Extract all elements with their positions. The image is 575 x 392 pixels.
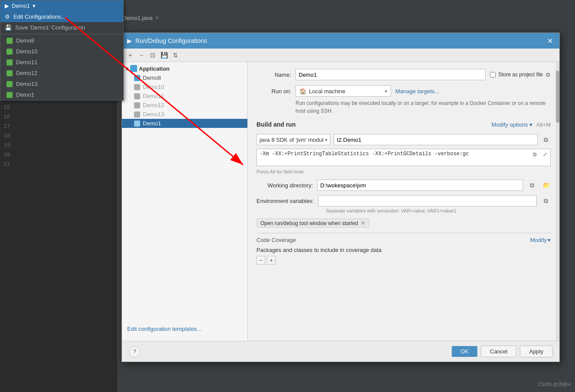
store-as-project-file-label: Store as project file xyxy=(498,72,543,78)
line-20: 20 xyxy=(0,150,117,160)
config-tree-panel: ▾ Application Demo8 Demo10 Demo11 xyxy=(122,62,248,341)
store-as-project-file-checkbox[interactable] xyxy=(490,72,496,78)
cancel-button[interactable]: Cancel xyxy=(481,346,516,357)
modify-options-button[interactable]: Modify options ▾ Alt+M xyxy=(492,121,551,128)
add-config-button[interactable]: + xyxy=(125,50,135,60)
working-directory-input[interactable] xyxy=(317,180,523,191)
dialog-title-icon: ▶ xyxy=(127,37,132,44)
tree-item-demo10[interactable]: Demo10 xyxy=(122,82,247,91)
chip-close-button[interactable]: ✕ xyxy=(361,220,365,226)
scrollbar-thumb[interactable] xyxy=(556,71,559,123)
name-input[interactable] xyxy=(296,69,486,80)
sdk-dropdown[interactable]: java 8 SDK of 'jvm' modul ▾ xyxy=(256,134,330,145)
dialog-close-button[interactable]: ✕ xyxy=(545,36,554,45)
line-21: 21 xyxy=(0,160,117,169)
tree-item-demo12-label: Demo12 xyxy=(143,102,164,108)
chevron-down-icon: ▾ xyxy=(125,65,128,72)
env-hint-text: Separate variables with semicolon: VAR=v… xyxy=(326,208,551,213)
run-icon: ▶ xyxy=(5,3,9,9)
config-demo13-item[interactable]: Demo13 xyxy=(0,78,123,89)
tree-item-demo13-label: Demo13 xyxy=(143,111,164,118)
working-directory-row: Working directory: ⧉ 📁 xyxy=(256,180,551,191)
build-run-title: Build and run xyxy=(256,121,296,128)
vm-options-expand-button[interactable]: ⤢ xyxy=(540,150,550,159)
tree-item-demo13[interactable]: Demo13 xyxy=(122,110,247,119)
run-on-label: Run on: xyxy=(256,88,291,95)
dialog-titlebar: ▶ Run/Debug Configurations ✕ xyxy=(122,33,559,49)
config-icon-demo11 xyxy=(7,59,13,65)
run-info-text: Run configurations may be executed local… xyxy=(296,99,551,115)
dialog-title: Run/Debug Configurations xyxy=(135,37,207,44)
tree-item-demo11[interactable]: Demo11 xyxy=(122,91,247,101)
application-group-header[interactable]: ▾ Application xyxy=(122,64,247,73)
coverage-modify-button[interactable]: Modify ▾ xyxy=(530,237,551,243)
add-package-button[interactable]: + xyxy=(267,256,276,265)
save-config-button[interactable]: 💾 xyxy=(159,50,169,60)
sdk-arrow-icon: ▾ xyxy=(325,137,327,142)
tab-label: Demo1.java xyxy=(122,15,152,21)
run-on-select[interactable]: 🏠 Local machine ▾ xyxy=(296,85,391,97)
open-tool-window-chip: Open run/debug tool window when started … xyxy=(256,219,369,228)
apply-button[interactable]: Apply xyxy=(520,346,552,357)
watermark: CSDN @清枚H xyxy=(538,381,571,388)
tree-item-demo1[interactable]: Demo1 xyxy=(122,119,247,128)
edit-templates-area: Edit configuration templates... xyxy=(122,322,248,336)
config-demo1-label: Demo1 xyxy=(16,91,34,98)
modify-options-arrow-icon: ▾ xyxy=(529,121,532,128)
tree-item-demo12[interactable]: Demo12 xyxy=(122,101,247,110)
cfg-icon-demo8 xyxy=(134,75,140,81)
env-vars-copy-button[interactable]: ⧉ xyxy=(541,196,551,206)
config-icon-demo1 xyxy=(7,92,13,98)
help-button[interactable]: ? xyxy=(129,346,140,357)
config-demo11-item[interactable]: Demo11 xyxy=(0,57,123,68)
edit-configurations-item[interactable]: ⚙ Edit Configurations... xyxy=(0,11,123,22)
copy-main-class-button[interactable]: ⧉ xyxy=(541,135,551,144)
press-alt-hint: Press Alt for field hints xyxy=(256,169,551,174)
remove-config-button[interactable]: − xyxy=(137,50,146,60)
remove-package-button[interactable]: − xyxy=(256,256,265,265)
name-row: Name: Store as project file ⚙ xyxy=(256,69,551,80)
name-label: Name: xyxy=(256,72,291,78)
cfg-icon-demo11 xyxy=(134,93,140,99)
tab-close-icon[interactable]: ✕ xyxy=(155,15,159,21)
vm-options-copy-button[interactable]: ⧉ xyxy=(530,150,539,159)
config-settings-panel: Name: Store as project file ⚙ Run on: 🏠 … xyxy=(248,62,559,341)
config-demo10-item[interactable]: Demo10 xyxy=(0,46,123,57)
config-demo12-item[interactable]: Demo12 xyxy=(0,68,123,78)
vm-options-input[interactable]: -Xm -XX:+PrintStringTableStatistics -XX:… xyxy=(256,149,551,166)
save-configuration-item[interactable]: 💾 Save 'Demo1' Configuration xyxy=(0,22,123,33)
working-dir-browse-button[interactable]: 📁 xyxy=(541,180,551,190)
manage-targets-link[interactable]: Manage targets... xyxy=(395,88,439,95)
chip-label: Open run/debug tool window when started xyxy=(260,220,358,226)
application-group: ▾ Application Demo8 Demo10 Demo11 xyxy=(122,62,247,130)
config-demo10-label: Demo10 xyxy=(16,48,37,55)
run-config-dropdown: ▶ Demo1 ▾ ⚙ Edit Configurations... 💾 Sav… xyxy=(0,0,124,101)
working-dir-copy-button[interactable]: ⧉ xyxy=(527,180,537,190)
dropdown-header: ▶ Demo1 ▾ xyxy=(0,0,123,11)
sdk-main-class-row: java 8 SDK of 'jvm' modul ▾ ⧉ xyxy=(256,134,551,145)
tree-item-demo8[interactable]: Demo8 xyxy=(122,73,247,82)
config-demo8-label: Demo8 xyxy=(16,37,34,44)
ok-button[interactable]: OK xyxy=(452,346,477,357)
line-15: 15 xyxy=(0,102,117,112)
tree-item-demo10-label: Demo10 xyxy=(143,84,164,90)
config-demo8-item[interactable]: Demo8 xyxy=(0,35,123,46)
editor-tab[interactable]: Demo1.java ✕ xyxy=(117,13,164,23)
edit-configuration-templates-link[interactable]: Edit configuration templates... xyxy=(127,326,201,332)
sort-config-button[interactable]: ⇅ xyxy=(171,50,180,60)
config-icon-demo10 xyxy=(7,49,13,55)
modify-options-label: Modify options xyxy=(492,121,528,128)
modify-options-shortcut: Alt+M xyxy=(536,121,551,128)
settings-gear-icon[interactable]: ⚙ xyxy=(545,72,551,78)
home-icon: 🏠 xyxy=(299,88,306,95)
edit-configurations-label: Edit Configurations... xyxy=(13,13,66,20)
environment-variables-input[interactable] xyxy=(318,195,537,206)
run-debug-dialog: ▶ Run/Debug Configurations ✕ + − ⊡ 💾 ⇅ ▾… xyxy=(122,33,560,362)
copy-config-button[interactable]: ⊡ xyxy=(148,50,158,60)
config-demo1-item[interactable]: Demo1 xyxy=(0,89,123,100)
line-17: 17 xyxy=(0,121,117,131)
main-class-input[interactable] xyxy=(334,134,538,145)
packages-toolbar: − + xyxy=(256,256,551,265)
vertical-scrollbar[interactable] xyxy=(556,62,559,341)
config-icon-demo8 xyxy=(7,38,13,44)
